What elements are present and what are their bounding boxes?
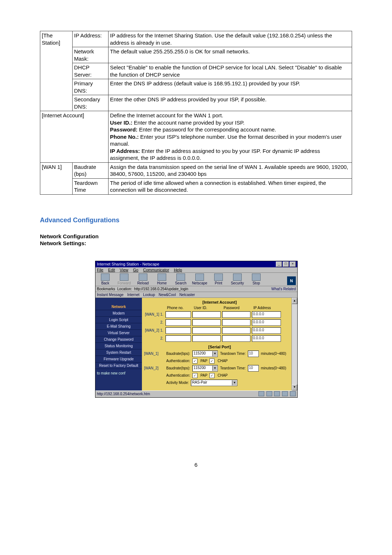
group-wan1: [WAN 1] <box>40 162 73 194</box>
sidebar-item-firmware-upgrade[interactable]: Firmware Upgrade <box>95 356 142 362</box>
teardown-unit: minutes(0~480) <box>261 366 286 370</box>
menu-view[interactable]: View <box>120 268 128 272</box>
scroll-down-icon[interactable]: ▼ <box>292 384 297 390</box>
pass-input[interactable] <box>222 319 250 326</box>
baud-select[interactable]: 115200 <box>192 351 218 357</box>
status-icon <box>266 391 272 396</box>
user-input[interactable] <box>192 335 221 342</box>
phone-input[interactable] <box>166 335 191 342</box>
teardown-input[interactable]: 10 <box>248 351 259 357</box>
lookup-link[interactable]: Lookup <box>143 293 155 297</box>
teardown-unit: minutes(0~480) <box>261 352 286 356</box>
sidebar-item-login-script[interactable]: Login Script <box>95 317 142 323</box>
whats-related-button[interactable]: What's Related <box>271 287 296 291</box>
netscape-logo-icon: N <box>287 276 296 285</box>
back-button[interactable]: Back <box>97 274 114 285</box>
activity-select[interactable]: RAS-Pair <box>191 380 237 386</box>
menu-edit[interactable]: Edit <box>108 268 115 272</box>
ip-input[interactable]: 0.0.0.0 <box>252 311 281 318</box>
pap-checkbox[interactable]: ✓ <box>192 373 197 378</box>
minimize-button[interactable]: _ <box>276 262 282 267</box>
maximize-button[interactable]: □ <box>283 262 289 267</box>
page-content: Network Modem Login Script E-Mail Sharin… <box>95 298 297 390</box>
sidebar-item-network[interactable]: Network <box>95 304 142 310</box>
chap-checkbox[interactable]: ✓ <box>209 358 215 364</box>
toolbar: Back Forward Reload Home Search Netscape… <box>95 273 297 286</box>
phone-input[interactable] <box>166 311 191 318</box>
location-bar: Bookmarks Location: http://192.168.0.254… <box>95 286 297 292</box>
phone-input[interactable] <box>166 327 191 334</box>
row-label: 2. <box>144 336 164 340</box>
teardown-input[interactable]: 10 <box>248 365 259 372</box>
menu-go[interactable]: Go <box>133 268 139 272</box>
row-tt-desc: The period of idle time allowed when a c… <box>109 178 352 194</box>
sidebar-note: to make new conf <box>95 369 142 377</box>
sidebar-item-email-sharing[interactable]: E-Mail Sharing <box>95 323 142 330</box>
reload-icon <box>139 274 147 281</box>
col-phone: Phone no. <box>166 306 191 310</box>
search-button[interactable]: Search <box>172 274 189 285</box>
page-number: 6 <box>0 462 392 468</box>
forward-button[interactable]: Forward <box>116 274 132 285</box>
back-icon <box>101 274 110 281</box>
scrollbar[interactable]: ▲ ▼ <box>291 298 297 390</box>
row-dhcp-desc: Select "Enable" to enable the function o… <box>109 63 352 79</box>
scroll-up-icon[interactable]: ▲ <box>292 298 297 304</box>
row-sdns-desc: Enter the other DNS IP address provided … <box>109 95 352 111</box>
menu-help[interactable]: Help <box>174 268 182 272</box>
user-input[interactable] <box>192 319 221 326</box>
main-area: ▲ ▼ [Internet Account] Phone no. User ID… <box>142 298 297 390</box>
pap-checkbox[interactable]: ✓ <box>192 358 197 364</box>
row-mask-desc: The default value 255.255.255.0 is OK fo… <box>109 47 352 63</box>
window-title: Internet Sharing Station - Netscape <box>97 262 159 266</box>
pass-input[interactable] <box>222 327 250 334</box>
location-field[interactable]: http://192.168.0.254/update_login <box>134 287 188 291</box>
status-text: http://192.168.0.254/network.htm <box>97 392 150 396</box>
bookmarks-button[interactable]: Bookmarks <box>97 287 115 291</box>
security-button[interactable]: Security <box>229 274 246 285</box>
ip-input[interactable]: 0.0.0.0 <box>252 319 281 326</box>
forward-icon <box>120 274 128 281</box>
sidebar-item-change-password[interactable]: Change Password <box>95 336 142 343</box>
advanced-config-heading: Advanced Configurations <box>40 216 352 224</box>
close-button[interactable]: × <box>290 262 296 267</box>
stop-button[interactable]: Stop <box>248 274 265 285</box>
row-dhcp-label: DHCP Server: <box>73 63 109 79</box>
sidebar-item-status-monitoring[interactable]: Status Monitoring <box>95 343 142 349</box>
row-pdns-desc: Enter the DNS IP address (default value … <box>109 79 352 95</box>
section-serial-port: [Serial Port] <box>144 344 295 351</box>
home-button[interactable]: Home <box>154 274 170 285</box>
row-label: [WAN_2] 1. <box>144 328 164 332</box>
phone-input[interactable] <box>166 319 191 326</box>
user-input[interactable] <box>192 327 221 334</box>
chap-label: CHAP <box>217 359 228 363</box>
row-baud-desc: Assign the data transmission speed on th… <box>109 162 352 178</box>
pass-input[interactable] <box>222 311 250 318</box>
chap-checkbox[interactable]: ✓ <box>209 373 215 378</box>
pass-input[interactable] <box>222 335 250 342</box>
group-the-station: [The Station] <box>40 31 73 111</box>
instant-message-link[interactable]: Instant Message <box>97 293 123 297</box>
internet-link[interactable]: Internet <box>127 293 139 297</box>
internet-account-desc: Define the Internet account for the WAN … <box>109 111 352 163</box>
user-input[interactable] <box>192 311 221 318</box>
netscape-button[interactable]: Netscape <box>191 274 208 285</box>
sidebar-item-system-restart[interactable]: System Restart <box>95 349 142 356</box>
newcool-link[interactable]: New&Cool <box>159 293 176 297</box>
baud-select[interactable]: 115200 <box>192 365 218 372</box>
teardown-label: Teardown Time: <box>220 352 246 356</box>
sidebar-item-virtual-server[interactable]: Virtual Server <box>95 330 142 336</box>
print-button[interactable]: Print <box>210 274 227 285</box>
menu-file[interactable]: File <box>97 268 103 272</box>
row-tt-label: Teardown Time <box>73 178 109 194</box>
ip-input[interactable]: 0.0.0.0 <box>252 335 281 342</box>
network-settings-heading: Network Settings: <box>40 240 352 246</box>
menu-communicator[interactable]: Communicator <box>143 268 169 272</box>
sidebar-item-reset-factory[interactable]: Reset to Factory Default <box>95 362 142 369</box>
row-baud-label: Baudrate (bps) <box>73 162 109 178</box>
netcaster-link[interactable]: Netcaster <box>179 293 195 297</box>
reload-button[interactable]: Reload <box>135 274 151 285</box>
ip-input[interactable]: 0.0.0.0 <box>252 327 281 334</box>
col-user: User ID. <box>192 306 221 310</box>
sidebar-item-modem[interactable]: Modem <box>95 310 142 317</box>
